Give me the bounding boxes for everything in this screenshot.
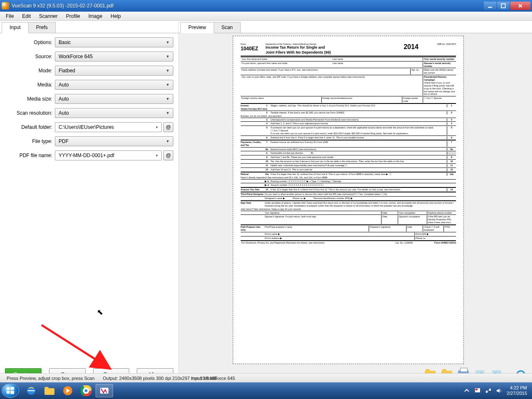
tray-volume-icon[interactable] xyxy=(496,387,502,394)
label-file-type: File type: xyxy=(5,138,55,144)
svg-line-2 xyxy=(42,325,110,369)
annotation-arrow-icon xyxy=(37,321,121,375)
taskbar-ie-icon[interactable] xyxy=(22,384,40,397)
menu-scanner[interactable]: Scanner xyxy=(35,12,62,20)
svg-rect-20 xyxy=(486,391,488,393)
menubar: File Edit Scanner Profile Image Help xyxy=(0,12,532,21)
tray-clock[interactable]: 4:22 PM2/27/2015 xyxy=(507,385,527,396)
svg-rect-5 xyxy=(7,391,10,394)
menu-image[interactable]: Image xyxy=(84,12,106,20)
dropdown-media[interactable]: Auto▼ xyxy=(55,80,173,90)
at-button-pdfname[interactable]: @ xyxy=(163,150,173,160)
dropdown-source[interactable]: WorkForce 645▼ xyxy=(55,52,173,62)
svg-rect-6 xyxy=(10,391,14,394)
status-right: Output: 2480x3508 pixels 300 dpi 210x297… xyxy=(99,376,530,381)
svg-rect-21 xyxy=(489,389,491,391)
menu-profile[interactable]: Profile xyxy=(62,12,84,20)
svg-rect-8 xyxy=(44,388,54,395)
svg-rect-1 xyxy=(501,4,505,8)
label-pdf-name: PDF file name: xyxy=(5,153,55,158)
dropdown-scan-res[interactable]: Auto▼ xyxy=(55,108,173,118)
label-scan-res: Scan resolution: xyxy=(5,110,55,116)
menu-edit[interactable]: Edit xyxy=(18,12,35,20)
close-button[interactable] xyxy=(510,2,530,10)
tray-network-icon[interactable] xyxy=(485,387,492,394)
maximize-button[interactable] xyxy=(497,2,510,10)
window-titlebar: VueScan 9 x32 (9.5.03) -2015-02-27-0001.… xyxy=(0,0,532,12)
taskbar: 4:22 PM2/27/2015 xyxy=(0,382,532,399)
label-options: Options: xyxy=(5,39,55,45)
taskbar-explorer-icon[interactable] xyxy=(41,384,58,397)
input-default-folder[interactable]: C:\Users\IEUser\Pictures▾ xyxy=(55,122,162,132)
left-tabs: Input Prefs xyxy=(0,21,178,33)
menu-file[interactable]: File xyxy=(2,12,18,20)
at-button-folder[interactable]: @ xyxy=(163,122,173,132)
tray-flag-icon[interactable] xyxy=(474,387,481,394)
taskbar-media-icon[interactable] xyxy=(59,384,76,397)
status-left: Press Preview, adjust crop box, press Sc… xyxy=(2,376,99,381)
svg-rect-4 xyxy=(10,387,14,390)
system-tray: 4:22 PM2/27/2015 xyxy=(463,385,530,396)
svg-rect-19 xyxy=(475,389,478,390)
menu-help[interactable]: Help xyxy=(106,12,125,20)
tab-input[interactable]: Input xyxy=(2,22,29,33)
label-default-folder: Default folder: xyxy=(5,124,55,130)
tray-up-icon[interactable] xyxy=(463,387,470,394)
mouse-cursor-icon: ⬉ xyxy=(97,308,103,317)
tab-prefs[interactable]: Prefs xyxy=(28,22,56,33)
svg-rect-0 xyxy=(488,7,492,7)
tab-scan[interactable]: Scan xyxy=(214,22,241,33)
label-media: Media: xyxy=(5,82,55,88)
dropdown-media-size[interactable]: Auto▼ xyxy=(55,94,173,104)
scanned-document: Form1040EZ Department of the Treasury—In… xyxy=(241,43,456,350)
right-panel: Preview Scan Form1040EZ Department of th… xyxy=(179,21,532,382)
taskbar-chrome-icon[interactable] xyxy=(77,384,95,397)
minimize-button[interactable] xyxy=(484,2,496,10)
label-source: Source: xyxy=(5,54,55,59)
right-tabs: Preview Scan xyxy=(179,21,532,33)
left-panel: Input Prefs Options:Basic▼ Source:WorkFo… xyxy=(0,21,179,382)
input-pdf-name[interactable]: YYYY-MM-DD-0001+.pdf▾ xyxy=(55,150,162,160)
app-icon xyxy=(2,2,9,10)
status-mid: Input: WorkForce 645 xyxy=(187,376,239,381)
preview-area[interactable]: Form1040EZ Department of the Treasury—In… xyxy=(179,33,532,382)
label-media-size: Media size: xyxy=(5,96,55,102)
taskbar-vuescan-icon[interactable] xyxy=(96,384,113,397)
dropdown-options[interactable]: Basic▼ xyxy=(55,37,173,47)
dropdown-mode[interactable]: Flatbed▼ xyxy=(55,66,173,76)
status-bar: Press Preview, adjust crop box, press Sc… xyxy=(0,373,532,382)
svg-rect-3 xyxy=(7,387,10,390)
svg-rect-9 xyxy=(44,387,49,389)
dropdown-file-type[interactable]: PDF▼ xyxy=(55,136,173,146)
tab-preview[interactable]: Preview xyxy=(180,22,214,33)
window-title: VueScan 9 x32 (9.5.03) -2015-02-27-0001.… xyxy=(12,3,483,9)
start-button[interactable] xyxy=(2,384,19,398)
crop-box[interactable]: Form1040EZ Department of the Treasury—In… xyxy=(233,36,464,364)
label-mode: Mode: xyxy=(5,68,55,74)
